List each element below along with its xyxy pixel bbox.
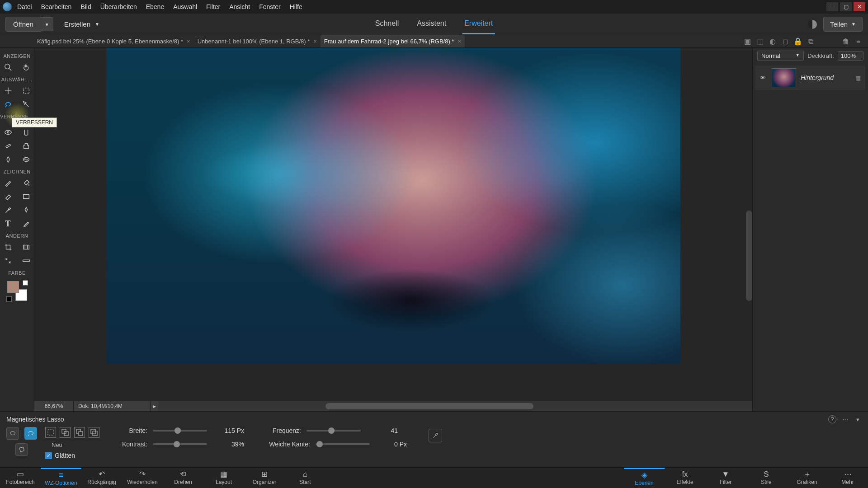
lock-icon[interactable]: 🔒	[794, 38, 802, 46]
menu-filter[interactable]: Filter	[206, 3, 220, 10]
new-layer-icon[interactable]: ▣	[743, 38, 751, 46]
mask-icon[interactable]: ◻	[781, 38, 789, 46]
blur-tool[interactable]	[3, 155, 13, 164]
slider-track[interactable]	[153, 443, 207, 445]
bottom-filters[interactable]: ▼Filter	[705, 468, 746, 488]
zoom-level[interactable]: 66,67%	[34, 401, 73, 411]
create-button[interactable]: Erstellen ▼	[64, 20, 99, 28]
doc-tab-1[interactable]: Käfig.psd bei 25% (Ebene 0 Kopie 5, Eben…	[33, 35, 194, 47]
doc-tab-2[interactable]: Unbenannt-1 bei 100% (Ebene 1, RGB/8) * …	[194, 35, 321, 47]
menu-fenster[interactable]: Fenster	[259, 3, 280, 10]
menu-bearbeiten[interactable]: Bearbeiten	[41, 3, 72, 10]
opacity-value[interactable]: 100%	[838, 51, 863, 61]
eyedropper-tool[interactable]	[3, 205, 13, 215]
bottom-rotate[interactable]: ⟲Drehen	[163, 468, 203, 488]
selection-intersect[interactable]	[89, 427, 99, 438]
menu-bild[interactable]: Bild	[80, 3, 91, 10]
link-icon[interactable]: ⧉	[807, 38, 815, 46]
menu-hilfe[interactable]: Hilfe	[290, 3, 302, 10]
selection-new[interactable]	[45, 427, 56, 438]
lasso-variant-freehand[interactable]	[6, 427, 19, 440]
menu-ansicht[interactable]: Ansicht	[229, 3, 250, 10]
scrollbar-thumb[interactable]	[326, 403, 533, 409]
move-tool[interactable]	[3, 86, 13, 96]
adjustment-icon[interactable]: ◐	[769, 38, 777, 46]
close-icon[interactable]: ×	[187, 38, 190, 45]
share-button[interactable]: Teilen ▼	[823, 17, 863, 32]
zoom-tool[interactable]	[3, 62, 13, 72]
swap-colors-icon[interactable]	[6, 296, 12, 302]
trash-icon[interactable]: 🗑	[842, 38, 850, 46]
slider-value[interactable]: 115 Px	[212, 427, 244, 434]
smooth-checkbox[interactable]: ✓ Glätten	[45, 452, 99, 459]
bottom-layout[interactable]: ▦Layout	[203, 468, 244, 488]
bottom-graphics[interactable]: ＋Grafiken	[787, 468, 827, 488]
lasso-variant-polygon[interactable]	[15, 443, 28, 456]
sponge-tool[interactable]	[21, 155, 31, 164]
brush-tool[interactable]	[3, 178, 13, 188]
default-colors-icon[interactable]	[23, 280, 28, 286]
color-swatches[interactable]	[7, 281, 27, 301]
maximize-button[interactable]: ▢	[840, 2, 852, 11]
bottom-wz-optionen[interactable]: ≡WZ-Optionen	[41, 468, 81, 488]
heal-tool[interactable]	[3, 141, 13, 151]
slider-track[interactable]	[153, 430, 207, 432]
slider-thumb[interactable]	[175, 427, 181, 434]
tablet-pressure-icon[interactable]	[429, 429, 442, 442]
minimize-button[interactable]: —	[826, 2, 838, 11]
doc-tab-3[interactable]: Frau auf dem Fahrrad-2.jpeg bei 66,7% (R…	[321, 35, 465, 47]
recompose-tool[interactable]	[21, 242, 31, 252]
slider-value[interactable]: 39%	[212, 441, 244, 448]
more-icon[interactable]: ⋯	[841, 415, 849, 423]
whiten-tool[interactable]	[21, 127, 31, 137]
open-button[interactable]: Öffnen	[5, 17, 41, 32]
slider-thumb[interactable]	[328, 427, 335, 434]
selection-subtract[interactable]	[74, 427, 85, 438]
marquee-tool[interactable]	[21, 86, 31, 96]
straighten-tool[interactable]	[21, 256, 31, 266]
slider-thumb[interactable]	[316, 441, 323, 447]
horizontal-scrollbar[interactable]	[158, 401, 752, 411]
close-icon[interactable]: ×	[458, 38, 461, 45]
menu-ebene[interactable]: Ebene	[146, 3, 164, 10]
status-menu-icon[interactable]: ▸	[150, 401, 158, 411]
lasso-tool[interactable]	[3, 99, 13, 109]
pencil-tool[interactable]	[21, 219, 31, 229]
vertical-scrollbar[interactable]	[746, 211, 752, 301]
slider-value[interactable]: 41	[366, 427, 398, 434]
theme-icon[interactable]	[808, 20, 817, 29]
menu-ueberarbeiten[interactable]: Überarbeiten	[100, 3, 137, 10]
selection-add[interactable]	[60, 427, 71, 438]
mode-tab-expert[interactable]: Erweitert	[462, 14, 495, 34]
blend-mode-select[interactable]: Normal ▼	[757, 51, 804, 61]
bottom-more[interactable]: ⋯Mehr	[827, 468, 868, 488]
bottom-fotobereich[interactable]: ▭Fotobereich	[0, 468, 41, 488]
hand-tool[interactable]	[21, 62, 31, 72]
slider-track[interactable]	[316, 443, 370, 445]
panel-menu-icon[interactable]: ≡	[854, 38, 863, 46]
quick-select-tool[interactable]	[21, 99, 31, 109]
lasso-variant-magnetic[interactable]	[24, 427, 37, 440]
bottom-organizer[interactable]: ⊞Organizer	[244, 468, 285, 488]
bucket-tool[interactable]	[21, 178, 31, 188]
layer-name[interactable]: Hintergrund	[801, 74, 851, 81]
slider-track[interactable]	[307, 430, 361, 432]
menu-auswahl[interactable]: Auswahl	[173, 3, 197, 10]
bottom-start[interactable]: ⌂Start	[285, 468, 326, 488]
gradient-tool[interactable]	[21, 192, 31, 202]
bottom-layers[interactable]: ◈Ebenen	[624, 468, 665, 488]
close-icon[interactable]: ×	[313, 38, 317, 45]
crop-tool[interactable]	[3, 242, 13, 252]
text-tool[interactable]: T	[3, 219, 13, 229]
mode-tab-assist[interactable]: Assistent	[415, 14, 448, 34]
close-button[interactable]: ✕	[854, 2, 865, 11]
mode-tab-fast[interactable]: Schnell	[373, 14, 401, 34]
collapse-icon[interactable]: ▾	[854, 415, 862, 423]
open-dropdown[interactable]: ▼	[41, 17, 53, 31]
bottom-undo[interactable]: ↶Rückgängig	[81, 468, 122, 488]
slider-thumb[interactable]	[174, 441, 180, 447]
eraser-tool[interactable]	[3, 192, 13, 202]
layer-thumbnail[interactable]	[772, 68, 796, 87]
help-icon[interactable]: ?	[828, 415, 836, 423]
eye-tool[interactable]	[3, 127, 13, 137]
